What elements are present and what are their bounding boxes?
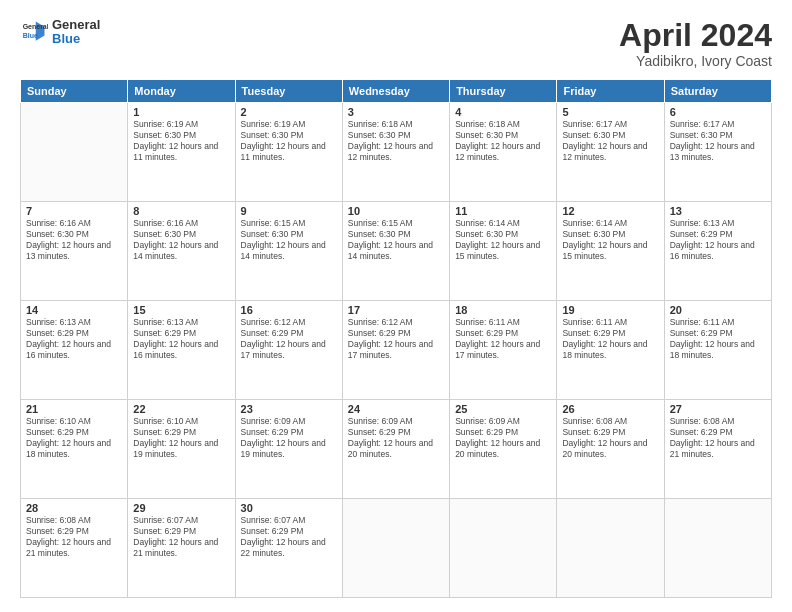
cell-content: 19Sunrise: 6:11 AM Sunset: 6:29 PM Dayli… [562, 304, 658, 361]
day-number: 9 [241, 205, 337, 217]
cell-content: 20Sunrise: 6:11 AM Sunset: 6:29 PM Dayli… [670, 304, 766, 361]
day-number: 17 [348, 304, 444, 316]
day-number: 14 [26, 304, 122, 316]
cell-content: 29Sunrise: 6:07 AM Sunset: 6:29 PM Dayli… [133, 502, 229, 559]
day-detail: Sunrise: 6:14 AM Sunset: 6:30 PM Dayligh… [562, 218, 658, 262]
weekday-header: Friday [557, 80, 664, 103]
cell-content: 11Sunrise: 6:14 AM Sunset: 6:30 PM Dayli… [455, 205, 551, 262]
day-detail: Sunrise: 6:12 AM Sunset: 6:29 PM Dayligh… [241, 317, 337, 361]
calendar-cell: 18Sunrise: 6:11 AM Sunset: 6:29 PM Dayli… [450, 301, 557, 400]
day-number: 4 [455, 106, 551, 118]
title-location: Yadibikro, Ivory Coast [619, 53, 772, 69]
day-detail: Sunrise: 6:19 AM Sunset: 6:30 PM Dayligh… [241, 119, 337, 163]
calendar-cell: 21Sunrise: 6:10 AM Sunset: 6:29 PM Dayli… [21, 400, 128, 499]
day-number: 29 [133, 502, 229, 514]
cell-content: 6Sunrise: 6:17 AM Sunset: 6:30 PM Daylig… [670, 106, 766, 163]
calendar-cell: 9Sunrise: 6:15 AM Sunset: 6:30 PM Daylig… [235, 202, 342, 301]
day-detail: Sunrise: 6:17 AM Sunset: 6:30 PM Dayligh… [670, 119, 766, 163]
day-number: 1 [133, 106, 229, 118]
day-detail: Sunrise: 6:08 AM Sunset: 6:29 PM Dayligh… [562, 416, 658, 460]
day-number: 30 [241, 502, 337, 514]
header: General Blue General Blue April 2024 Yad… [20, 18, 772, 69]
calendar-cell: 6Sunrise: 6:17 AM Sunset: 6:30 PM Daylig… [664, 103, 771, 202]
day-detail: Sunrise: 6:13 AM Sunset: 6:29 PM Dayligh… [133, 317, 229, 361]
title-block: April 2024 Yadibikro, Ivory Coast [619, 18, 772, 69]
day-number: 22 [133, 403, 229, 415]
day-detail: Sunrise: 6:09 AM Sunset: 6:29 PM Dayligh… [348, 416, 444, 460]
calendar-cell: 1Sunrise: 6:19 AM Sunset: 6:30 PM Daylig… [128, 103, 235, 202]
cell-content: 21Sunrise: 6:10 AM Sunset: 6:29 PM Dayli… [26, 403, 122, 460]
day-detail: Sunrise: 6:13 AM Sunset: 6:29 PM Dayligh… [670, 218, 766, 262]
day-number: 27 [670, 403, 766, 415]
day-number: 16 [241, 304, 337, 316]
calendar-table: SundayMondayTuesdayWednesdayThursdayFrid… [20, 79, 772, 598]
logo-blue: Blue [52, 32, 100, 46]
day-detail: Sunrise: 6:10 AM Sunset: 6:29 PM Dayligh… [133, 416, 229, 460]
weekday-header: Monday [128, 80, 235, 103]
calendar-cell: 2Sunrise: 6:19 AM Sunset: 6:30 PM Daylig… [235, 103, 342, 202]
calendar-cell: 23Sunrise: 6:09 AM Sunset: 6:29 PM Dayli… [235, 400, 342, 499]
cell-content: 25Sunrise: 6:09 AM Sunset: 6:29 PM Dayli… [455, 403, 551, 460]
cell-content: 7Sunrise: 6:16 AM Sunset: 6:30 PM Daylig… [26, 205, 122, 262]
cell-content: 28Sunrise: 6:08 AM Sunset: 6:29 PM Dayli… [26, 502, 122, 559]
cell-content: 26Sunrise: 6:08 AM Sunset: 6:29 PM Dayli… [562, 403, 658, 460]
day-number: 12 [562, 205, 658, 217]
day-number: 25 [455, 403, 551, 415]
day-number: 2 [241, 106, 337, 118]
svg-text:General: General [23, 24, 48, 31]
cell-content: 15Sunrise: 6:13 AM Sunset: 6:29 PM Dayli… [133, 304, 229, 361]
calendar-cell: 8Sunrise: 6:16 AM Sunset: 6:30 PM Daylig… [128, 202, 235, 301]
cell-content: 1Sunrise: 6:19 AM Sunset: 6:30 PM Daylig… [133, 106, 229, 163]
day-number: 7 [26, 205, 122, 217]
day-detail: Sunrise: 6:15 AM Sunset: 6:30 PM Dayligh… [348, 218, 444, 262]
day-detail: Sunrise: 6:11 AM Sunset: 6:29 PM Dayligh… [670, 317, 766, 361]
day-detail: Sunrise: 6:13 AM Sunset: 6:29 PM Dayligh… [26, 317, 122, 361]
day-detail: Sunrise: 6:10 AM Sunset: 6:29 PM Dayligh… [26, 416, 122, 460]
day-number: 28 [26, 502, 122, 514]
day-detail: Sunrise: 6:07 AM Sunset: 6:29 PM Dayligh… [133, 515, 229, 559]
day-detail: Sunrise: 6:09 AM Sunset: 6:29 PM Dayligh… [241, 416, 337, 460]
weekday-header: Wednesday [342, 80, 449, 103]
day-number: 20 [670, 304, 766, 316]
calendar-cell: 13Sunrise: 6:13 AM Sunset: 6:29 PM Dayli… [664, 202, 771, 301]
calendar-week-row: 28Sunrise: 6:08 AM Sunset: 6:29 PM Dayli… [21, 499, 772, 598]
calendar-header-row: SundayMondayTuesdayWednesdayThursdayFrid… [21, 80, 772, 103]
calendar-cell: 3Sunrise: 6:18 AM Sunset: 6:30 PM Daylig… [342, 103, 449, 202]
calendar-cell: 30Sunrise: 6:07 AM Sunset: 6:29 PM Dayli… [235, 499, 342, 598]
day-detail: Sunrise: 6:18 AM Sunset: 6:30 PM Dayligh… [348, 119, 444, 163]
cell-content: 16Sunrise: 6:12 AM Sunset: 6:29 PM Dayli… [241, 304, 337, 361]
day-number: 3 [348, 106, 444, 118]
calendar-cell [557, 499, 664, 598]
calendar-cell: 7Sunrise: 6:16 AM Sunset: 6:30 PM Daylig… [21, 202, 128, 301]
calendar-cell: 15Sunrise: 6:13 AM Sunset: 6:29 PM Dayli… [128, 301, 235, 400]
day-detail: Sunrise: 6:14 AM Sunset: 6:30 PM Dayligh… [455, 218, 551, 262]
calendar-cell: 17Sunrise: 6:12 AM Sunset: 6:29 PM Dayli… [342, 301, 449, 400]
day-number: 11 [455, 205, 551, 217]
cell-content: 8Sunrise: 6:16 AM Sunset: 6:30 PM Daylig… [133, 205, 229, 262]
weekday-header: Thursday [450, 80, 557, 103]
weekday-header: Tuesday [235, 80, 342, 103]
title-month: April 2024 [619, 18, 772, 53]
day-number: 10 [348, 205, 444, 217]
calendar-cell: 29Sunrise: 6:07 AM Sunset: 6:29 PM Dayli… [128, 499, 235, 598]
calendar-week-row: 14Sunrise: 6:13 AM Sunset: 6:29 PM Dayli… [21, 301, 772, 400]
day-number: 5 [562, 106, 658, 118]
cell-content: 22Sunrise: 6:10 AM Sunset: 6:29 PM Dayli… [133, 403, 229, 460]
day-detail: Sunrise: 6:18 AM Sunset: 6:30 PM Dayligh… [455, 119, 551, 163]
day-number: 8 [133, 205, 229, 217]
cell-content: 23Sunrise: 6:09 AM Sunset: 6:29 PM Dayli… [241, 403, 337, 460]
page: General Blue General Blue April 2024 Yad… [0, 0, 792, 612]
cell-content: 27Sunrise: 6:08 AM Sunset: 6:29 PM Dayli… [670, 403, 766, 460]
day-detail: Sunrise: 6:17 AM Sunset: 6:30 PM Dayligh… [562, 119, 658, 163]
calendar-week-row: 21Sunrise: 6:10 AM Sunset: 6:29 PM Dayli… [21, 400, 772, 499]
day-detail: Sunrise: 6:09 AM Sunset: 6:29 PM Dayligh… [455, 416, 551, 460]
calendar-cell: 28Sunrise: 6:08 AM Sunset: 6:29 PM Dayli… [21, 499, 128, 598]
calendar-cell [21, 103, 128, 202]
cell-content: 13Sunrise: 6:13 AM Sunset: 6:29 PM Dayli… [670, 205, 766, 262]
calendar-cell: 19Sunrise: 6:11 AM Sunset: 6:29 PM Dayli… [557, 301, 664, 400]
calendar-cell: 20Sunrise: 6:11 AM Sunset: 6:29 PM Dayli… [664, 301, 771, 400]
day-number: 15 [133, 304, 229, 316]
cell-content: 4Sunrise: 6:18 AM Sunset: 6:30 PM Daylig… [455, 106, 551, 163]
day-number: 13 [670, 205, 766, 217]
logo-text: General Blue [52, 18, 100, 47]
